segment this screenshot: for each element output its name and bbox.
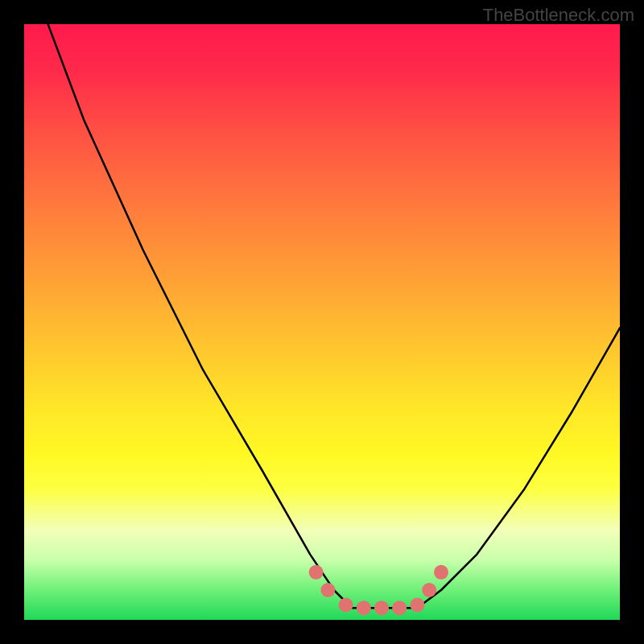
chart-plot-area (24, 24, 620, 620)
highlight-dot (374, 601, 389, 615)
watermark-text: TheBottleneck.com (483, 5, 634, 26)
highlight-dot (357, 601, 371, 615)
highlight-dot (339, 598, 353, 613)
highlight-dots-group (309, 565, 448, 615)
chart-svg (24, 24, 620, 620)
highlight-dot (410, 598, 424, 613)
bottleneck-curve-path (48, 24, 620, 608)
highlight-dot (309, 565, 324, 580)
highlight-dot (422, 583, 436, 597)
highlight-dot (434, 565, 448, 580)
highlight-dot (392, 601, 407, 615)
highlight-dot (320, 583, 335, 597)
